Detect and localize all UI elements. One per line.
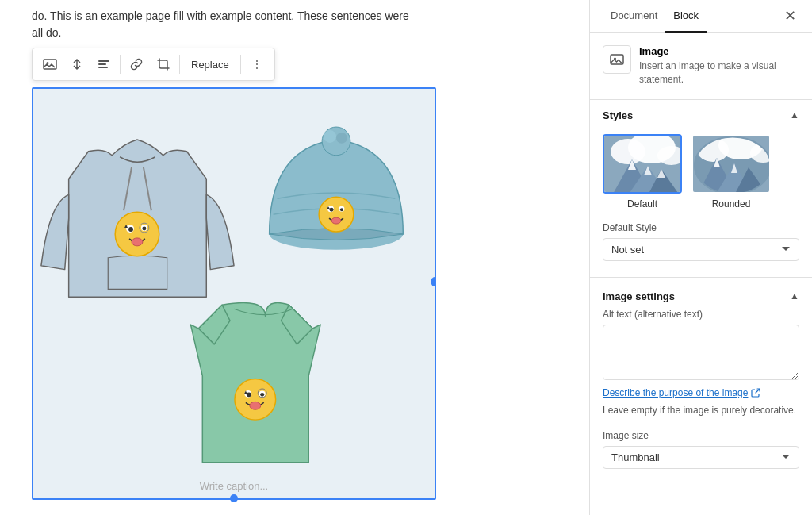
- style-option-default[interactable]: Default: [603, 134, 682, 209]
- image-size-group: Image size Thumbnail Medium Large Full S…: [590, 430, 812, 482]
- caption-dot: [230, 494, 238, 502]
- svg-point-17: [324, 130, 336, 143]
- styles-chevron: ▲: [790, 110, 799, 121]
- image-caption[interactable]: Write caption...: [33, 474, 435, 498]
- block-icon: [603, 45, 631, 74]
- link-button[interactable]: [124, 52, 149, 77]
- section-divider: [590, 277, 812, 278]
- block-title: Image: [639, 45, 799, 57]
- sidebar-close-button[interactable]: ✕: [781, 4, 799, 28]
- toolbar-divider-2: [179, 55, 180, 74]
- image-size-select[interactable]: Thumbnail Medium Large Full Size: [603, 446, 799, 469]
- crop-button[interactable]: [151, 52, 176, 77]
- svg-point-29: [260, 393, 264, 397]
- svg-point-27: [247, 392, 251, 397]
- svg-rect-3: [98, 63, 106, 65]
- resize-handle[interactable]: [431, 277, 435, 286]
- external-link-icon: [751, 388, 760, 398]
- svg-point-12: [142, 227, 146, 231]
- image-type-button[interactable]: [37, 52, 63, 77]
- svg-point-10: [128, 227, 133, 232]
- block-toolbar: Replace ⋮: [32, 48, 275, 81]
- replace-button[interactable]: Replace: [183, 52, 237, 77]
- svg-point-18: [336, 133, 347, 144]
- style-option-rounded[interactable]: Rounded: [691, 134, 771, 209]
- styles-grid: Default: [590, 128, 812, 222]
- editor-text: do. This is an example page fill with ex…: [32, 0, 557, 48]
- svg-point-30: [250, 402, 261, 409]
- tab-block[interactable]: Block: [665, 0, 707, 33]
- svg-point-8: [115, 212, 159, 256]
- svg-point-24: [331, 217, 341, 224]
- style-thumbnail-rounded[interactable]: [691, 134, 771, 194]
- image-canvas: [33, 89, 435, 474]
- toolbar-divider-1: [120, 55, 121, 74]
- alt-text-label: Alt text (alternative text): [603, 309, 799, 320]
- svg-rect-2: [98, 60, 109, 62]
- svg-rect-4: [98, 67, 108, 68]
- svg-point-23: [340, 208, 343, 211]
- style-thumbnail-default[interactable]: [603, 134, 682, 194]
- alt-text-help: Leave empty if the image is purely decor…: [603, 403, 799, 417]
- align-button[interactable]: [91, 52, 117, 77]
- style-label-default: Default: [627, 198, 657, 209]
- styles-title: Styles: [603, 110, 633, 121]
- more-options-button[interactable]: ⋮: [244, 52, 270, 77]
- style-label-rounded: Rounded: [712, 198, 751, 209]
- describe-link[interactable]: Describe the purpose of the image: [603, 387, 799, 398]
- sidebar-tabs: Document Block ✕: [590, 0, 812, 33]
- default-style-select[interactable]: Not set Default Rounded: [603, 238, 799, 261]
- image-block: Write caption...: [32, 87, 436, 500]
- svg-point-21: [330, 208, 334, 212]
- sidebar: Document Block ✕ Image Insert an image t…: [590, 0, 812, 515]
- image-settings-title: Image settings: [603, 290, 675, 302]
- svg-point-19: [319, 197, 354, 232]
- default-style-group: Default Style Not set Default Rounded: [590, 222, 812, 274]
- toolbar-divider-3: [240, 55, 241, 74]
- image-size-label: Image size: [603, 430, 799, 441]
- move-up-down-button[interactable]: [64, 52, 90, 77]
- tab-document[interactable]: Document: [603, 0, 665, 33]
- image-settings-chevron: ▲: [790, 290, 799, 302]
- alt-text-input[interactable]: [603, 325, 799, 380]
- block-description: Insert an image to make a visual stateme…: [639, 60, 799, 86]
- default-style-label: Default Style: [603, 222, 799, 233]
- styles-section-header[interactable]: Styles ▲: [590, 100, 812, 128]
- block-info: Image Insert an image to make a visual s…: [590, 33, 812, 100]
- editor-content: do. This is an example page fill with ex…: [0, 0, 590, 515]
- svg-point-25: [235, 379, 276, 421]
- alt-text-group: Alt text (alternative text) Describe the…: [590, 309, 812, 430]
- image-settings-section-header[interactable]: Image settings ▲: [590, 281, 812, 309]
- block-info-text: Image Insert an image to make a visual s…: [639, 45, 799, 86]
- svg-point-13: [132, 238, 143, 246]
